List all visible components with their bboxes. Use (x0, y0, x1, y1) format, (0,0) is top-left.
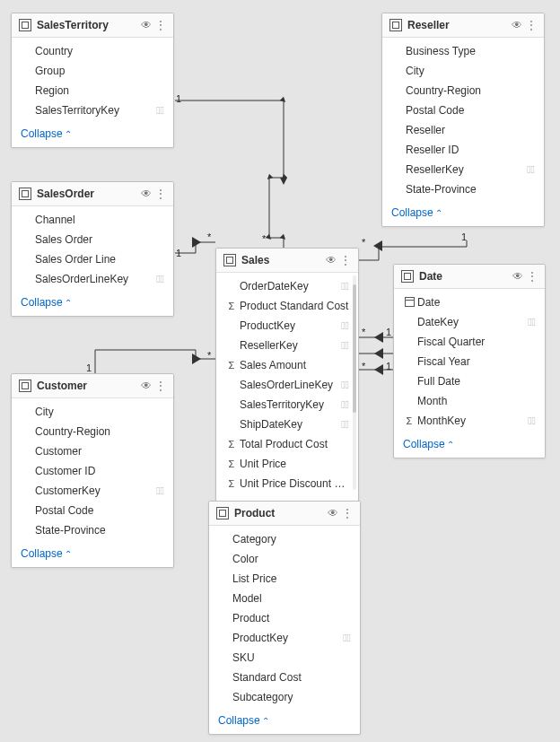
field-row[interactable]: Postal Code (21, 502, 164, 519)
field-row[interactable]: ΣSales Amount (225, 357, 349, 373)
field-row[interactable]: ProductKey👁̸ (225, 318, 349, 334)
field-row[interactable]: ΣMonthKey👁̸ (403, 413, 536, 429)
field-row[interactable]: City (21, 404, 164, 420)
table-header[interactable]: SalesTerritory 👁 (12, 13, 173, 38)
field-name: Postal Code (35, 504, 164, 517)
table-sales[interactable]: Sales 👁 OrderDateKey👁̸ΣProduct Standard … (215, 248, 359, 521)
field-row[interactable]: ΣUnit Price (225, 456, 349, 472)
field-row[interactable]: Color (218, 551, 351, 567)
field-row[interactable]: Month (403, 393, 536, 409)
field-row[interactable]: Country-Region (21, 423, 164, 440)
field-row[interactable]: Model (218, 590, 351, 607)
card-label: * (362, 327, 365, 337)
table-sales-territory[interactable]: SalesTerritory 👁 CountryGroupRegionSales… (11, 13, 174, 148)
field-row[interactable]: OrderDateKey👁̸ (225, 278, 349, 294)
more-icon[interactable] (155, 188, 166, 199)
field-row[interactable]: Full Date (403, 373, 536, 389)
collapse-button[interactable]: Collapse (394, 432, 545, 458)
field-row[interactable]: Reseller (391, 122, 535, 138)
table-header[interactable]: SalesOrder 👁 (12, 182, 173, 206)
field-row[interactable]: Fiscal Quarter (403, 334, 536, 350)
scrollbar[interactable] (353, 275, 356, 490)
table-reseller[interactable]: Reseller 👁 Business TypeCityCountry-Regi… (381, 13, 545, 227)
hidden-icon: 👁̸ (341, 379, 349, 391)
field-row[interactable]: Customer (21, 443, 164, 459)
field-row[interactable]: SalesTerritoryKey👁̸ (225, 397, 349, 413)
field-name: SKU (232, 651, 351, 664)
visibility-icon[interactable]: 👁 (326, 255, 337, 266)
field-row[interactable]: State-Province (21, 522, 164, 538)
more-icon[interactable] (526, 20, 537, 31)
visibility-icon[interactable]: 👁 (328, 508, 338, 519)
visibility-icon[interactable]: 👁 (141, 188, 152, 199)
field-row[interactable]: Customer ID (21, 463, 164, 479)
field-row[interactable]: ΣTotal Product Cost (225, 436, 349, 452)
table-header[interactable]: Reseller 👁 (382, 13, 544, 38)
field-name: Model (232, 592, 351, 605)
field-name: List Price (232, 572, 351, 585)
field-name: DateKey (417, 316, 528, 328)
collapse-button[interactable]: Collapse (12, 542, 173, 567)
field-row[interactable]: SalesTerritoryKey👁̸ (21, 102, 164, 118)
table-sales-order[interactable]: SalesOrder 👁 ChannelSales OrderSales Ord… (11, 181, 174, 317)
table-customer[interactable]: Customer 👁 CityCountry-RegionCustomerCus… (11, 373, 174, 568)
collapse-button[interactable]: Collapse (382, 201, 544, 226)
field-row[interactable]: ShipDateKey👁̸ (225, 416, 349, 432)
field-row[interactable]: ProductKey👁̸ (218, 630, 351, 646)
field-row[interactable]: Sales Order Line (21, 251, 164, 267)
field-row[interactable]: Country (21, 43, 164, 59)
field-name: Postal Code (406, 104, 535, 117)
table-date[interactable]: Date 👁 DateDateKey👁̸Fiscal QuarterFiscal… (393, 264, 546, 458)
field-row[interactable]: City (391, 63, 535, 79)
field-name: SalesTerritoryKey (240, 398, 341, 411)
field-row[interactable]: Reseller ID (391, 142, 535, 158)
sigma-icon: Σ (225, 439, 238, 450)
field-row[interactable]: State-Province (391, 181, 535, 197)
field-row[interactable]: ΣUnit Price Discount Pct (225, 476, 349, 492)
field-row[interactable]: Product (218, 610, 351, 626)
more-icon[interactable] (155, 20, 166, 31)
field-row[interactable]: Subcategory (218, 689, 351, 705)
collapse-button[interactable]: Collapse (209, 709, 360, 734)
table-header[interactable]: Product 👁 (209, 502, 360, 526)
field-row[interactable]: Business Type (391, 43, 535, 59)
field-row[interactable]: ResellerKey👁̸ (225, 337, 349, 354)
field-row[interactable]: Group (21, 63, 164, 79)
field-row[interactable]: List Price (218, 571, 351, 587)
field-row[interactable]: Date (403, 294, 536, 310)
collapse-button[interactable]: Collapse (12, 122, 173, 147)
field-row[interactable]: Standard Cost (218, 669, 351, 685)
field-row[interactable]: Postal Code (391, 102, 535, 118)
table-header[interactable]: Date 👁 (394, 265, 545, 289)
visibility-icon[interactable]: 👁 (512, 271, 523, 282)
table-header[interactable]: Sales 👁 (216, 249, 358, 273)
field-row[interactable]: Country-Region (391, 83, 535, 99)
table-product[interactable]: Product 👁 CategoryColorList PriceModelPr… (208, 501, 361, 735)
field-row[interactable]: Category (218, 531, 351, 547)
field-name: ResellerKey (240, 339, 341, 352)
card-label: 1 (176, 93, 181, 104)
collapse-button[interactable]: Collapse (12, 291, 173, 316)
field-name: Unit Price Discount Pct (240, 477, 349, 490)
field-row[interactable]: CustomerKey👁̸ (21, 483, 164, 499)
more-icon[interactable] (340, 255, 351, 266)
field-row[interactable]: Region (21, 83, 164, 99)
visibility-icon[interactable]: 👁 (512, 20, 522, 31)
field-row[interactable]: SKU (218, 650, 351, 666)
hidden-icon: 👁̸ (341, 418, 349, 431)
visibility-icon[interactable]: 👁 (141, 380, 152, 391)
field-row[interactable]: SalesOrderLineKey👁̸ (21, 271, 164, 287)
more-icon[interactable] (155, 380, 166, 391)
field-row[interactable]: Channel (21, 212, 164, 228)
more-icon[interactable] (342, 508, 353, 519)
table-header[interactable]: Customer 👁 (12, 374, 173, 398)
field-row[interactable]: ΣProduct Standard Cost (225, 298, 349, 314)
field-name: SalesOrderLineKey (35, 273, 156, 285)
field-row[interactable]: Sales Order (21, 231, 164, 248)
field-row[interactable]: Fiscal Year (403, 354, 536, 370)
visibility-icon[interactable]: 👁 (141, 20, 152, 31)
field-row[interactable]: SalesOrderLineKey👁̸ (225, 377, 349, 393)
more-icon[interactable] (527, 271, 538, 282)
field-row[interactable]: ResellerKey👁̸ (391, 161, 535, 178)
field-row[interactable]: DateKey👁̸ (403, 314, 536, 330)
